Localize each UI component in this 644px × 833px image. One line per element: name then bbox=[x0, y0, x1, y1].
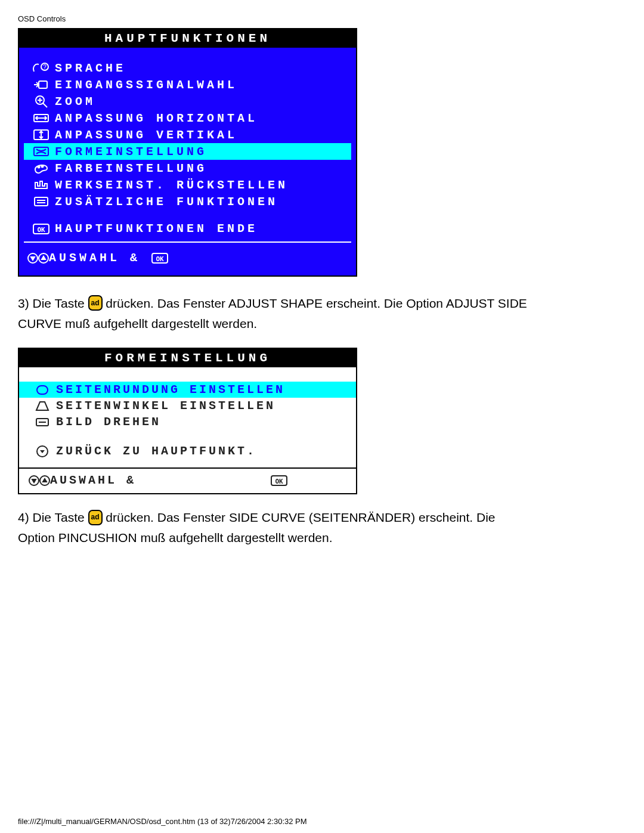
shape-adjust-icon bbox=[27, 144, 55, 159]
svg-rect-6 bbox=[34, 147, 48, 156]
horizontal-adjust-icon bbox=[27, 111, 55, 125]
language-icon: ? bbox=[27, 61, 55, 75]
menu-label: ZOOM bbox=[55, 95, 95, 109]
osd-item-rotate[interactable]: BILD DREHEN bbox=[19, 414, 356, 430]
svg-rect-16 bbox=[37, 386, 48, 394]
side-angle-icon bbox=[29, 400, 56, 413]
instruction-3: 3) Die Taste ad drücken. Das Fenster ADJ… bbox=[18, 293, 531, 333]
color-palette-icon bbox=[27, 161, 55, 175]
osd-item-vert[interactable]: ANPASSUNG VERTIKAL bbox=[24, 126, 351, 143]
osd-item-input[interactable]: EINGANGSSIGNALWAHL bbox=[24, 76, 351, 93]
osd-item-color[interactable]: FARBEINSTELLUNG bbox=[24, 160, 351, 176]
svg-rect-9 bbox=[35, 197, 48, 206]
ok-button-inline: ad bbox=[88, 510, 103, 525]
ok-button-inline: ad bbox=[88, 295, 103, 311]
osd-shape-window: FORMEINSTELLUNG SEITENRUNDUNG EINSTELLEN… bbox=[18, 348, 357, 494]
up-down-arrows-icon bbox=[27, 252, 49, 264]
svg-text:?: ? bbox=[43, 64, 47, 70]
menu-label: ANPASSUNG VERTIKAL bbox=[55, 128, 237, 142]
svg-text:OK: OK bbox=[156, 255, 164, 263]
osd-main-title: HAUPTFUNKTIONEN bbox=[19, 29, 356, 48]
svg-point-7 bbox=[38, 166, 40, 168]
zoom-icon bbox=[27, 94, 55, 109]
osd-item-sprache[interactable]: ? SPRACHE bbox=[24, 60, 351, 76]
ok-icon: OK bbox=[270, 475, 288, 487]
menu-label: FORMEINSTELLUNG bbox=[55, 145, 207, 159]
menu-label: SEITENRUNDUNG EINSTELLEN bbox=[56, 383, 285, 397]
instr-text: 3) Die Taste bbox=[18, 296, 88, 310]
ok-icon: OK bbox=[151, 252, 169, 264]
osd-item-sideangle[interactable]: SEITENWINKEL EINSTELLEN bbox=[19, 398, 356, 414]
input-signal-icon bbox=[27, 78, 55, 92]
factory-reset-icon bbox=[27, 178, 55, 192]
menu-label: FARBEINSTELLUNG bbox=[55, 162, 207, 175]
ok-icon: OK bbox=[27, 223, 55, 235]
menu-label: ZURÜCK ZU HAUPTFUNKT. bbox=[56, 444, 256, 458]
extra-functions-icon bbox=[27, 194, 55, 209]
osd-main-window: HAUPTFUNKTIONEN ? SPRACHE EINGANGSSIGNAL… bbox=[18, 28, 357, 277]
osd-item-back[interactable]: ZURÜCK ZU HAUPTFUNKT. bbox=[19, 443, 356, 459]
osd-shape-title: FORMEINSTELLUNG bbox=[19, 349, 356, 367]
osd-footer: AUSWAHL & OK bbox=[24, 247, 351, 271]
menu-label: EINGANGSSIGNALWAHL bbox=[55, 78, 237, 92]
footer-label: AUSWAHL & bbox=[49, 251, 140, 265]
svg-text:OK: OK bbox=[275, 478, 283, 485]
osd-shape-footer: AUSWAHL & OK bbox=[19, 469, 356, 493]
page-header: OSD Controls bbox=[18, 14, 626, 23]
instruction-4: 4) Die Taste ad drücken. Das Fenster SID… bbox=[18, 507, 531, 547]
up-down-arrows-icon bbox=[29, 475, 50, 487]
vertical-adjust-icon bbox=[27, 128, 55, 142]
menu-label: ANPASSUNG HORIZONTAL bbox=[55, 112, 258, 125]
osd-item-reset[interactable]: WERKSEINST. RÜCKSTELLEN bbox=[24, 176, 351, 193]
osd-divider bbox=[24, 241, 351, 243]
menu-label: ZUSÄTZLICHE FUNKTIONEN bbox=[55, 195, 278, 209]
osd-item-sidecurve[interactable]: SEITENRUNDUNG EINSTELLEN bbox=[19, 382, 356, 398]
osd-item-horiz[interactable]: ANPASSUNG HORIZONTAL bbox=[24, 110, 351, 126]
menu-label: HAUPTFUNKTIONEN ENDE bbox=[55, 222, 258, 236]
osd-item-shape[interactable]: FORMEINSTELLUNG bbox=[24, 143, 351, 160]
menu-label: SEITENWINKEL EINSTELLEN bbox=[56, 399, 275, 413]
down-arrow-icon bbox=[29, 445, 56, 458]
side-curve-icon bbox=[29, 383, 56, 397]
menu-label: BILD DREHEN bbox=[56, 415, 161, 429]
svg-text:OK: OK bbox=[37, 226, 45, 234]
osd-item-end[interactable]: OK HAUPTFUNKTIONEN ENDE bbox=[24, 221, 351, 237]
footer-label: AUSWAHL & bbox=[50, 473, 136, 487]
menu-label: SPRACHE bbox=[55, 61, 126, 75]
osd-item-extra[interactable]: ZUSÄTZLICHE FUNKTIONEN bbox=[24, 193, 351, 210]
menu-label: WERKSEINST. RÜCKSTELLEN bbox=[55, 178, 288, 192]
svg-point-8 bbox=[42, 166, 44, 168]
instr-text: 4) Die Taste bbox=[18, 510, 88, 524]
svg-rect-2 bbox=[39, 81, 47, 88]
rotate-icon bbox=[29, 416, 56, 429]
osd-item-zoom[interactable]: ZOOM bbox=[24, 93, 351, 110]
